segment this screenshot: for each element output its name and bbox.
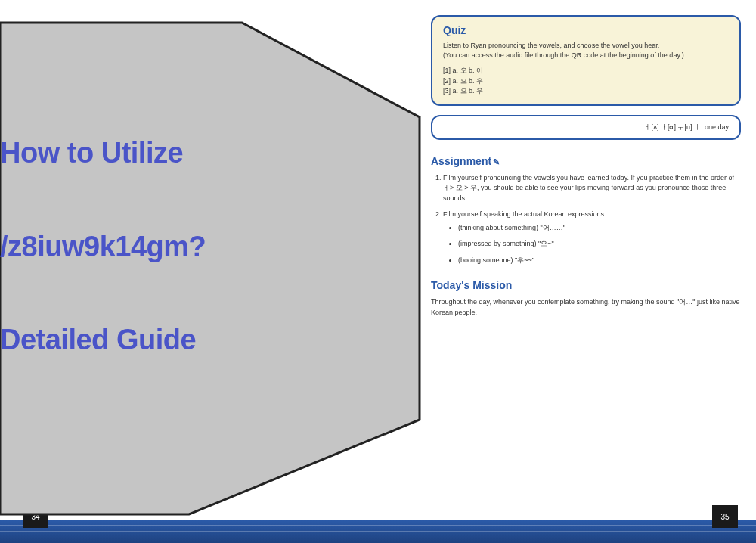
assignment-bullet-2: (impressed by something) "오~" [458,239,741,250]
reference-box: ㅓ[ʌ] ㅏ[ɑ] ㅜ[u] ㅣ: one day [431,115,741,140]
assignment-bullet-3: (booing someone) "우~~" [458,256,741,266]
bottom-progress-bar [0,520,756,543]
korean-char-badge: ㅜ [168,24,184,41]
overlay-line-2: /z8iuw9k14gm? [0,230,302,265]
overlay-headline: How to Utilize /z8iuw9k14gm? Detailed Gu… [0,136,302,358]
mission-text: Throughout the day, whenever you contemp… [431,297,741,318]
quiz-items: [1] a. 오 b. 어 [2] a. 으 b. 우 [3] a. 으 b. … [443,66,729,97]
page-number-right[interactable]: 35 [712,505,738,528]
quiz-instruction-1: Listen to Ryan pronouncing the vowels, a… [443,41,729,51]
assignment-title: Assignment [431,155,741,167]
assignment-item-1: Film yourself pronouncing the vowels you… [443,173,741,204]
assignment-bullet-1: (thinking about something) "어……" [458,223,741,234]
mission-title: Today's Mission [431,279,741,291]
assignment-title-text: Assignment [431,155,491,167]
quiz-item-1: [1] a. 오 b. 어 [443,66,729,76]
document-right-column: Quiz Listen to Ryan pronouncing the vowe… [431,15,741,318]
page-number-left[interactable]: 34 [23,505,48,528]
lips-illustration [140,42,212,79]
assignment-item-2-text: Film yourself speaking the actual Korean… [443,210,606,218]
quiz-item-3: [3] a. 으 b. 우 [443,86,729,97]
assignment-item-2: Film yourself speaking the actual Korean… [443,209,741,265]
assignment-list: Film yourself pronouncing the vowels you… [431,173,741,266]
quiz-title: Quiz [443,24,729,36]
quiz-box: Quiz Listen to Ryan pronouncing the vowe… [431,15,741,106]
quiz-instruction-2: (You can access the audio file through t… [443,51,729,61]
quiz-item-2: [2] a. 으 b. 우 [443,76,729,87]
overlay-line-3: Detailed Guide [0,323,302,358]
overlay-line-1: How to Utilize [0,136,302,171]
doc-left-bottom-text: …er that lets you feel that you're natur… [136,446,333,475]
